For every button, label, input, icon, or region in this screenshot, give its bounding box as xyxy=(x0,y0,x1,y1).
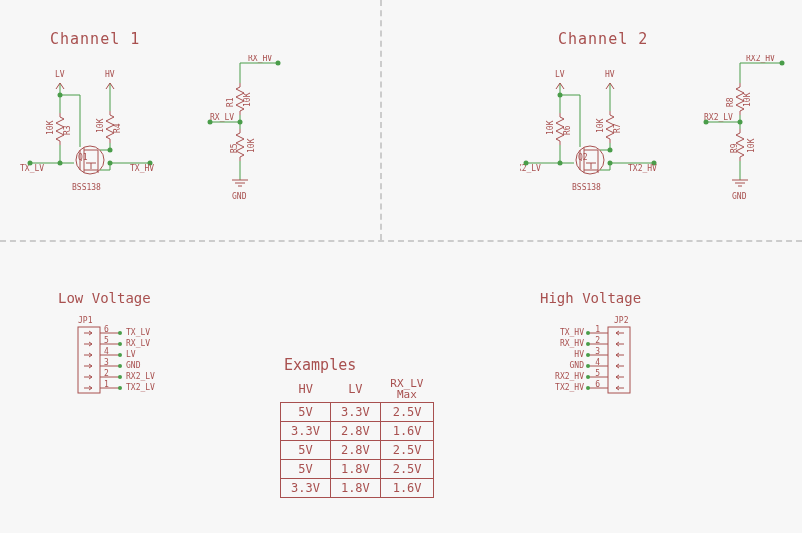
svg-point-60 xyxy=(608,161,613,166)
q1-type: BSS138 xyxy=(72,183,101,192)
svg-point-16 xyxy=(28,161,33,166)
channel-1-title: Channel 1 xyxy=(50,30,140,48)
q1-name: Q1 xyxy=(78,153,88,162)
svg-text:5: 5 xyxy=(595,369,600,378)
low-voltage-title: Low Voltage xyxy=(58,290,151,306)
net-txlv-2: TX2_LV xyxy=(520,164,541,173)
svg-text:GND: GND xyxy=(126,361,141,370)
r8-val: 10K xyxy=(743,92,752,107)
net-txhv-2: TX2_HV xyxy=(628,164,657,173)
net-gnd-2: GND xyxy=(732,192,747,201)
net-lv-1: LV xyxy=(55,70,65,79)
r3-name: R3 xyxy=(63,125,72,135)
svg-text:4: 4 xyxy=(104,347,109,356)
r8-name: R8 xyxy=(726,97,735,107)
table-row: 5V2.8V2.5V xyxy=(281,441,434,460)
q2-type: BSS138 xyxy=(572,183,601,192)
r3-val: 10K xyxy=(46,120,55,135)
table-row: 5V3.3V2.5V xyxy=(281,403,434,422)
examples-table: HV LV RX_LVMax 5V3.3V2.5V3.3V2.8V1.6V5V2… xyxy=(280,376,434,498)
channel-2-title: Channel 2 xyxy=(558,30,648,48)
svg-rect-99 xyxy=(608,327,630,393)
net-hv-1: HV xyxy=(105,70,115,79)
svg-point-80 xyxy=(118,342,122,346)
svg-point-23 xyxy=(108,161,113,166)
table-row: 5V1.8V2.5V xyxy=(281,460,434,479)
svg-text:2: 2 xyxy=(104,369,109,378)
svg-point-109 xyxy=(586,353,590,357)
svg-rect-74 xyxy=(78,327,100,393)
svg-text:TX_LV: TX_LV xyxy=(126,328,150,337)
jp2-ref: JP2 xyxy=(614,316,629,325)
r4-val: 10K xyxy=(96,118,105,133)
r7-name: R7 xyxy=(613,123,622,133)
svg-text:RX_LV: RX_LV xyxy=(126,339,150,348)
high-voltage-connector: JP2 1TX_HV2RX_HV3HV4GND5RX2_HV6TX2_HV xyxy=(550,315,690,405)
divider-vertical xyxy=(380,0,382,240)
svg-text:TX2_HV: TX2_HV xyxy=(555,383,584,392)
net-txlv-1: TX_LV xyxy=(20,164,44,173)
q2-name: Q2 xyxy=(578,153,588,162)
r6-name: R6 xyxy=(563,125,572,135)
net-lv-2: LV xyxy=(555,70,565,79)
r5-val: 10K xyxy=(247,138,256,153)
svg-text:4: 4 xyxy=(595,358,600,367)
r1-name: R1 xyxy=(226,97,235,107)
svg-point-96 xyxy=(118,386,122,390)
r5-name: R5 xyxy=(230,143,239,153)
channel-1-schematic: Q1 BSS138 10K R3 LV TX_LV 10K R4 HV TX_H… xyxy=(20,55,300,215)
svg-point-105 xyxy=(586,342,590,346)
svg-text:LV: LV xyxy=(126,350,136,359)
svg-text:TX2_LV: TX2_LV xyxy=(126,383,155,392)
svg-text:RX2_HV: RX2_HV xyxy=(555,372,584,381)
low-voltage-connector: JP1 6TX_LV5RX_LV4LV3GND2RX2_LV1TX2_LV xyxy=(70,315,210,405)
svg-point-61 xyxy=(608,148,613,153)
svg-text:5: 5 xyxy=(104,336,109,345)
svg-text:6: 6 xyxy=(104,325,109,334)
svg-text:3: 3 xyxy=(104,358,109,367)
net-rxhv-1: RX_HV xyxy=(248,55,272,63)
examples-title: Examples xyxy=(284,356,356,374)
r9-val: 10K xyxy=(747,138,756,153)
net-gnd-1: GND xyxy=(232,192,247,201)
svg-point-117 xyxy=(586,375,590,379)
svg-point-31 xyxy=(238,120,243,125)
r7-val: 10K xyxy=(596,118,605,133)
r4-name: R4 xyxy=(113,123,122,133)
net-hv-2: HV xyxy=(605,70,615,79)
svg-point-24 xyxy=(108,148,113,153)
svg-point-53 xyxy=(524,161,529,166)
net-rxhv-2: RX2_HV xyxy=(746,55,775,63)
svg-point-76 xyxy=(118,331,122,335)
svg-point-92 xyxy=(118,375,122,379)
svg-text:6: 6 xyxy=(595,380,600,389)
high-voltage-title: High Voltage xyxy=(540,290,641,306)
r9-name: R9 xyxy=(730,143,739,153)
net-txhv-1: TX_HV xyxy=(130,164,154,173)
examples-header-lv: LV xyxy=(330,376,380,403)
table-row: 3.3V1.8V1.6V xyxy=(281,479,434,498)
svg-text:1: 1 xyxy=(104,380,109,389)
jp1-ref: JP1 xyxy=(78,316,93,325)
svg-point-88 xyxy=(118,364,122,368)
svg-text:3: 3 xyxy=(595,347,600,356)
svg-text:1: 1 xyxy=(595,325,600,334)
svg-point-27 xyxy=(276,61,281,66)
r1-val: 10K xyxy=(243,92,252,107)
svg-point-121 xyxy=(586,386,590,390)
svg-point-84 xyxy=(118,353,122,357)
svg-text:2: 2 xyxy=(595,336,600,345)
examples-header-hv: HV xyxy=(281,376,331,403)
svg-point-68 xyxy=(738,120,743,125)
svg-text:RX_HV: RX_HV xyxy=(560,339,584,348)
channel-2-schematic: Q2 BSS138 10K R6 LV TX2_LV 10K R7 HV TX2… xyxy=(520,55,800,215)
svg-point-64 xyxy=(780,61,785,66)
svg-text:GND: GND xyxy=(570,361,585,370)
net-rxlv-1: RX_LV xyxy=(210,113,234,122)
table-row: 3.3V2.8V1.6V xyxy=(281,422,434,441)
svg-point-101 xyxy=(586,331,590,335)
svg-point-113 xyxy=(586,364,590,368)
divider-horizontal xyxy=(0,240,802,242)
net-rxlv-2: RX2_LV xyxy=(704,113,733,122)
svg-text:HV: HV xyxy=(574,350,584,359)
